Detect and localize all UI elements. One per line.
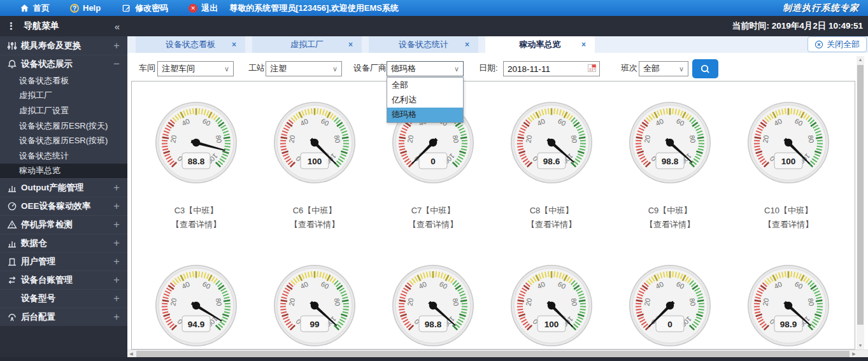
tab[interactable]: 设备状态统计× (369, 36, 478, 53)
vendor-option[interactable]: 德玛格 (387, 108, 463, 122)
view-detail-link[interactable]: 【查看详情】 (645, 219, 695, 230)
sidebar-group-label: 停机异常检测 (21, 219, 73, 230)
scroll-left-arrow[interactable]: ◀ (127, 350, 135, 358)
expand-plus-icon[interactable]: + (113, 237, 120, 250)
change-password-button[interactable]: 修改密码 (121, 3, 168, 14)
tab-close-icon[interactable]: × (581, 40, 586, 49)
svg-text:80: 80 (570, 297, 579, 306)
machine-label: C10【中班】 (764, 205, 813, 216)
station-select[interactable]: 注塑 ∨ (266, 61, 342, 76)
view-detail-link[interactable]: 【查看详情】 (764, 219, 813, 230)
tab-close-icon[interactable]: × (465, 40, 469, 49)
sidebar-group[interactable]: 数据仓+ (0, 234, 127, 252)
machine-label: C6【中班】 (293, 205, 337, 216)
scroll-right-arrow[interactable]: ▶ (850, 350, 858, 358)
warning-icon (5, 220, 19, 230)
sidebar-group[interactable]: 设备状态展示− (0, 55, 127, 73)
scroll-down-arrow[interactable]: ▼ (857, 342, 864, 350)
expand-plus-icon[interactable]: + (113, 255, 120, 268)
view-detail-link[interactable]: 【查看详情】 (527, 219, 576, 230)
svg-text:80: 80 (452, 297, 460, 306)
sidebar-group[interactable]: 模具寿命及更换+ (0, 36, 127, 55)
horizontal-scroll-thumb[interactable] (136, 351, 850, 357)
vertical-scrollbar[interactable]: ▲ ▼ (857, 56, 864, 350)
antenna-icon (5, 312, 19, 322)
expand-plus-icon[interactable]: + (113, 218, 120, 231)
vendor-label: 设备厂商 (353, 62, 387, 74)
scroll-up-arrow[interactable]: ▲ (857, 56, 864, 64)
view-detail-link[interactable]: 【查看详情】 (171, 219, 221, 230)
gauge-cell: 02040608010098.8C9【中班】【查看详情】 (611, 101, 729, 230)
home-button[interactable]: 首页 (19, 3, 50, 14)
gauge-dial: 02040608010098.8 (628, 101, 712, 185)
sidebar-item[interactable]: 虚拟工厂设置 (0, 103, 127, 118)
svg-text:20: 20 (643, 297, 651, 306)
tab[interactable]: 稼动率总览× (485, 36, 595, 53)
gauge-cell: 02040608010098.6C8【中班】【查看详情】 (492, 101, 611, 230)
close-all-label: 关闭全部 (827, 39, 860, 50)
tab-close-icon[interactable]: × (348, 40, 353, 49)
sliders-icon (5, 41, 19, 51)
search-button[interactable] (692, 59, 718, 78)
vendor-select[interactable]: 德玛格 ∨ (387, 61, 464, 76)
station-value: 注塑 (270, 63, 287, 74)
search-icon (700, 64, 711, 74)
sidebar-item[interactable]: 稼动率总览 (0, 164, 127, 179)
help-label: Help (83, 3, 101, 13)
vendor-option[interactable]: 亿利达 (387, 92, 463, 107)
expand-plus-icon[interactable]: + (113, 39, 120, 52)
gauge-cell: 02040608010098.8 (374, 264, 492, 348)
sidebar-item[interactable]: 虚拟工厂 (0, 88, 127, 104)
vendor-option[interactable]: 全部 (387, 78, 463, 92)
help-button[interactable]: ? Help (70, 3, 101, 13)
horizontal-scrollbar[interactable]: ◀ ▶ (127, 350, 868, 357)
close-all-tabs-button[interactable]: 关闭全部 (808, 36, 867, 52)
sidebar-group[interactable]: 后台配置+ (0, 308, 127, 326)
sidebar-menu: 模具寿命及更换+设备状态展示−设备状态看板虚拟工厂虚拟工厂设置设备状态履历ESR… (0, 36, 127, 326)
shift-select[interactable]: 全部 ∨ (639, 61, 688, 76)
sidebar-group[interactable]: 停机异常检测+ (0, 215, 127, 234)
gauge-value: 100 (781, 157, 796, 166)
gauge-panel: 02040608010088.8C3【中班】【查看详情】020406080100… (131, 81, 855, 350)
sidebar-item[interactable]: 设备状态履历ESR(按班) (0, 133, 127, 148)
svg-text:20: 20 (524, 134, 533, 143)
sidebar-item[interactable]: 设备状态看板 (0, 73, 127, 88)
collapse-minus-icon[interactable]: − (113, 58, 120, 71)
tab[interactable]: 设备状态看板× (136, 36, 245, 53)
vertical-scroll-thumb[interactable] (857, 65, 864, 325)
gauge-cell: 02040608010088.8C3【中班】【查看详情】 (137, 101, 255, 230)
current-time: 当前时间: 2019年4月2日 10:49:51 (732, 20, 863, 32)
workshop-select[interactable]: 注塑车间 ∨ (157, 61, 234, 76)
expand-plus-icon[interactable]: + (113, 181, 120, 194)
sidebar-item[interactable]: 设备状态统计 (0, 148, 127, 164)
workshop-value: 注塑车间 (162, 63, 195, 74)
sidebar-group[interactable]: 用户管理+ (0, 252, 127, 271)
tab-close-icon[interactable]: × (232, 40, 236, 49)
date-input[interactable]: 2018-11-11 (503, 61, 600, 76)
sidebar-group-label: Output产能管理 (21, 182, 83, 194)
gauge-value: 98.8 (425, 320, 442, 329)
svg-text:20: 20 (761, 134, 770, 143)
gauge-cell: 02040608010099 (255, 264, 374, 348)
expand-plus-icon[interactable]: + (113, 311, 120, 323)
sidebar-group[interactable]: 设备台账管理+ (0, 271, 127, 289)
sidebar-group[interactable]: Output产能管理+ (0, 178, 127, 197)
expand-plus-icon[interactable]: + (113, 274, 120, 287)
logout-button[interactable]: ✕ 退出 (189, 3, 218, 14)
svg-text:20: 20 (169, 297, 178, 306)
view-detail-link[interactable]: 【查看详情】 (290, 219, 339, 230)
gauge-dial: 02040608010088.8 (154, 101, 238, 185)
tab[interactable]: 虚拟工厂× (252, 36, 362, 53)
expand-plus-icon[interactable]: + (113, 200, 120, 213)
expand-plus-icon[interactable]: + (113, 292, 120, 305)
sidebar-group[interactable]: 设备型号+ (0, 289, 127, 308)
sidebar-group[interactable]: OEE设备稼动效率+ (0, 197, 127, 215)
gauge-rows: 02040608010088.8C3【中班】【查看详情】020406080100… (132, 101, 855, 348)
view-detail-link[interactable]: 【查看详情】 (408, 219, 458, 230)
swap-icon (5, 275, 19, 285)
gauge-row: 02040608010094.9020406080100990204060801… (132, 264, 855, 348)
sidebar-collapse-icon[interactable]: « (115, 21, 120, 32)
calendar-icon[interactable] (587, 63, 597, 74)
sidebar-item[interactable]: 设备状态履历ESR(按天) (0, 118, 127, 134)
sidebar-header: ⋮ 导航菜单 « (0, 16, 127, 36)
